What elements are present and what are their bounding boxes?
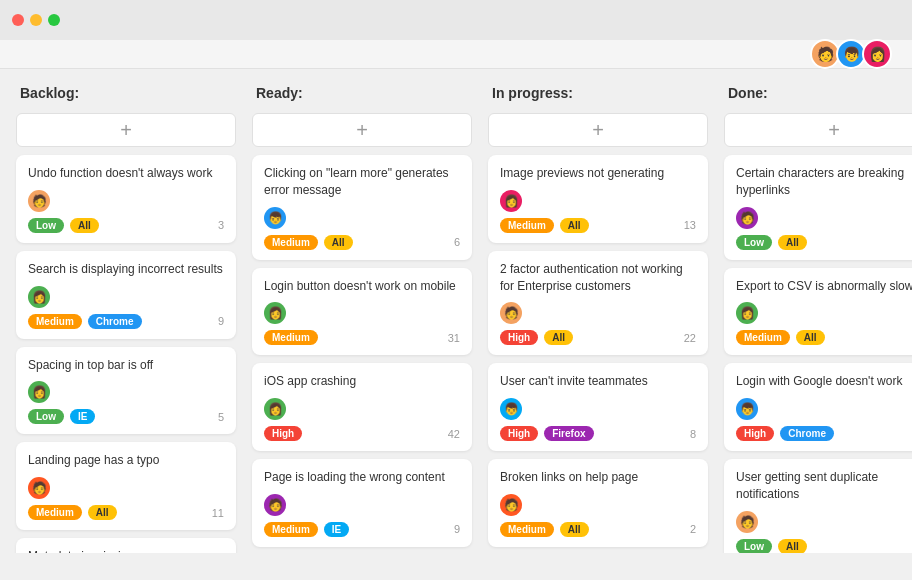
card: Landing page has a typo🧑MediumAll11 [16,442,236,530]
card: User getting sent duplicate notification… [724,459,912,553]
card: Metadata is missing👩 [16,538,236,553]
card-title: Login button doesn't work on mobile [264,278,460,295]
titlebar [0,0,912,40]
card-title: Broken links on help page [500,469,696,486]
badge-firefox: Firefox [544,426,593,441]
card: Image previews not generating👩MediumAll1… [488,155,708,243]
card-count: 5 [218,411,224,423]
badge-high: High [500,330,538,345]
card-avatar: 🧑 [28,190,50,212]
card-avatar: 👦 [736,398,758,420]
card-title: Search is displaying incorrect results [28,261,224,278]
badge-all: All [70,218,99,233]
card-count: 2 [690,523,696,535]
card-title: iOS app crashing [264,373,460,390]
columns-container: Backlog:+Undo function doesn't always wo… [16,85,912,537]
card-footer: HighChrome27 [736,426,912,441]
card: Clicking on "learn more" generates error… [252,155,472,260]
card-title: User getting sent duplicate notification… [736,469,912,503]
app-header: 🧑 👦 👩 [0,40,912,69]
card-title: Page is loading the wrong content [264,469,460,486]
card-title: Export to CSV is abnormally slow [736,278,912,295]
card-footer: MediumAll2 [500,522,696,537]
card-avatar: 👦 [264,207,286,229]
card-title: Clicking on "learn more" generates error… [264,165,460,199]
card-title: Spacing in top bar is off [28,357,224,374]
card-title: Image previews not generating [500,165,696,182]
card: Undo function doesn't always work🧑LowAll… [16,155,236,243]
card-title: Undo function doesn't always work [28,165,224,182]
badge-medium: Medium [28,314,82,329]
add-card-button-in-progress[interactable]: + [488,113,708,147]
card: Page is loading the wrong content🧑Medium… [252,459,472,547]
card-title: User can't invite teammates [500,373,696,390]
badge-low: Low [28,218,64,233]
card-title: Metadata is missing [28,548,224,553]
badge-medium: Medium [264,522,318,537]
card-count: 9 [454,523,460,535]
badge-all: All [778,539,807,553]
column-header-in-progress: In progress: [488,85,708,105]
badge-chrome: Chrome [780,426,834,441]
badge-medium: Medium [736,330,790,345]
badge-medium: Medium [500,218,554,233]
badge-medium: Medium [500,522,554,537]
card-count: 42 [448,428,460,440]
column-done: Done:+Certain characters are breaking hy… [724,85,912,537]
badge-high: High [736,426,774,441]
badge-low: Low [736,539,772,553]
card: Export to CSV is abnormally slow👩MediumA… [724,268,912,356]
card-footer: MediumIE9 [264,522,460,537]
card-title: Landing page has a typo [28,452,224,469]
column-header-ready: Ready: [252,85,472,105]
card-avatar: 👩 [264,302,286,324]
card-title: 2 factor authentication not working for … [500,261,696,295]
badge-all: All [544,330,573,345]
card: User can't invite teammates👦HighFirefox8 [488,363,708,451]
avatar: 👩 [862,39,892,69]
card-footer: LowAll32 [736,235,912,250]
card-avatar: 👩 [264,398,286,420]
badge-chrome: Chrome [88,314,142,329]
card-footer: MediumAll6 [264,235,460,250]
card: Spacing in top bar is off👩LowIE5 [16,347,236,435]
card: Broken links on help page🧑MediumAll2 [488,459,708,547]
kanban-board: Backlog:+Undo function doesn't always wo… [0,69,912,553]
close-button[interactable] [12,14,24,26]
card-avatar: 🧑 [500,302,522,324]
badge-all: All [88,505,117,520]
card-avatar: 🧑 [736,511,758,533]
card-avatar: 🧑 [28,477,50,499]
card: 2 factor authentication not working for … [488,251,708,356]
maximize-button[interactable] [48,14,60,26]
card-avatar: 👦 [500,398,522,420]
add-card-button-done[interactable]: + [724,113,912,147]
column-in-progress: In progress:+Image previews not generati… [488,85,708,537]
card-avatar: 🧑 [736,207,758,229]
card-footer: LowAll3 [736,539,912,553]
card-footer: MediumChrome9 [28,314,224,329]
minimize-button[interactable] [30,14,42,26]
card-footer: MediumAll13 [500,218,696,233]
user-avatars: 🧑 👦 👩 [814,39,892,69]
add-card-button-ready[interactable]: + [252,113,472,147]
card-avatar: 👩 [500,190,522,212]
card-avatar: 👩 [28,286,50,308]
card: Certain characters are breaking hyperlin… [724,155,912,260]
badge-high: High [500,426,538,441]
badge-all: All [778,235,807,250]
card-avatar: 🧑 [500,494,522,516]
card-footer: MediumAll14 [736,330,912,345]
card-title: Login with Google doesn't work [736,373,912,390]
card-footer: High42 [264,426,460,441]
badge-all: All [560,522,589,537]
column-backlog: Backlog:+Undo function doesn't always wo… [16,85,236,537]
card-title: Certain characters are breaking hyperlin… [736,165,912,199]
badge-all: All [560,218,589,233]
badge-medium: Medium [264,235,318,250]
traffic-lights [12,14,60,26]
card-count: 3 [218,219,224,231]
card-count: 22 [684,332,696,344]
add-card-button-backlog[interactable]: + [16,113,236,147]
card-footer: LowAll3 [28,218,224,233]
